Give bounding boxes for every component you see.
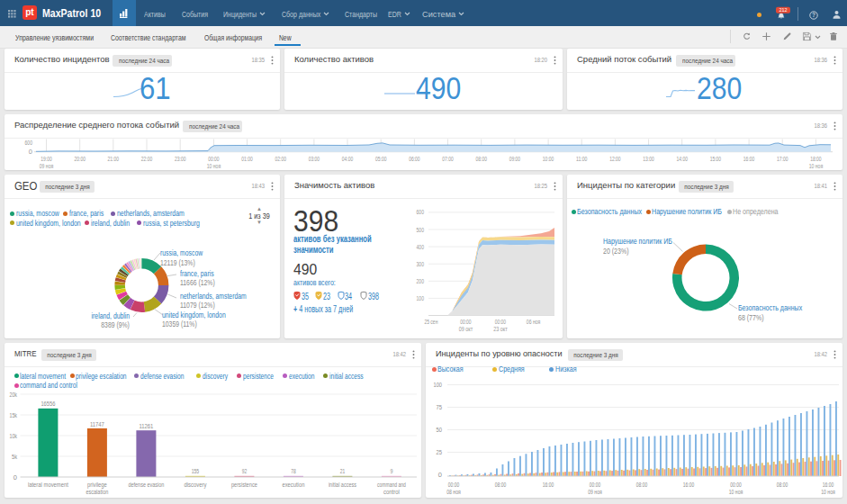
svg-text:10:00: 10:00 — [543, 155, 554, 163]
svg-text:05:00: 05:00 — [375, 155, 387, 163]
svg-text:92: 92 — [242, 467, 248, 475]
svg-text:600: 600 — [417, 208, 425, 216]
svg-text:08:00: 08:00 — [777, 481, 788, 489]
svg-text:09 окт: 09 окт — [459, 325, 473, 333]
svg-text:10 ноя: 10 ноя — [809, 162, 824, 170]
svg-text:09 ноя: 09 ноя — [40, 162, 54, 170]
svg-text:0: 0 — [29, 148, 32, 156]
svg-text:initial access: initial access — [329, 481, 356, 489]
svg-text:100: 100 — [434, 381, 443, 389]
svg-text:09 ноя: 09 ноя — [588, 488, 602, 496]
svg-text:0: 0 — [14, 473, 17, 482]
svg-text:155: 155 — [192, 467, 200, 475]
svg-text:13:00: 13:00 — [643, 155, 654, 163]
svg-text:23:00: 23:00 — [175, 155, 186, 163]
svg-text:06:00: 06:00 — [409, 155, 420, 163]
svg-text:14:00: 14:00 — [676, 155, 688, 163]
svg-text:78: 78 — [291, 467, 296, 475]
svg-text:?: ? — [812, 12, 815, 18]
svg-text:23 окт: 23 окт — [493, 325, 508, 333]
svg-text:10k: 10k — [10, 432, 18, 440]
svg-text:0: 0 — [438, 471, 442, 479]
svg-text:12:00: 12:00 — [609, 155, 621, 163]
svg-text:08:00: 08:00 — [636, 481, 648, 489]
svg-text:10 ноя: 10 ноя — [729, 488, 743, 496]
svg-text:07:00: 07:00 — [442, 155, 454, 163]
svg-text:500: 500 — [417, 226, 425, 234]
svg-text:16:00: 16:00 — [683, 481, 695, 489]
svg-text:01:00: 01:00 — [241, 155, 253, 163]
svg-text:17:00: 17:00 — [777, 155, 788, 163]
svg-text:300: 300 — [417, 260, 425, 268]
svg-text:75: 75 — [437, 403, 443, 411]
svg-text:25: 25 — [437, 448, 443, 456]
svg-text:200: 200 — [417, 277, 425, 285]
svg-text:15k: 15k — [10, 411, 18, 419]
svg-text:212: 212 — [779, 7, 787, 13]
svg-text:25 сен: 25 сен — [424, 318, 437, 326]
svg-text:persistence: persistence — [231, 481, 257, 489]
svg-text:5k: 5k — [12, 453, 17, 461]
svg-text:600: 600 — [25, 139, 33, 147]
svg-text:20:00: 20:00 — [74, 155, 86, 163]
svg-text:02:00: 02:00 — [275, 155, 286, 163]
svg-text:10 ноя: 10 ноя — [821, 488, 835, 496]
svg-text:100: 100 — [417, 294, 425, 302]
svg-text:09:00: 09:00 — [509, 155, 521, 163]
svg-text:defense evasion: defense evasion — [128, 481, 164, 489]
svg-text:15:00: 15:00 — [710, 155, 722, 163]
svg-text:06 ноя: 06 ноя — [527, 318, 541, 326]
svg-text:11747: 11747 — [90, 420, 104, 428]
svg-text:21: 21 — [340, 467, 346, 475]
svg-text:execution: execution — [282, 481, 304, 489]
svg-text:400: 400 — [417, 243, 425, 251]
svg-text:escalation: escalation — [86, 488, 108, 496]
svg-text:21:00: 21:00 — [108, 155, 120, 163]
svg-text:control: control — [383, 488, 400, 496]
svg-text:16:00: 16:00 — [543, 481, 554, 489]
svg-text:10 ноя: 10 ноя — [207, 162, 221, 170]
svg-text:08:00: 08:00 — [475, 155, 487, 163]
svg-text:11261: 11261 — [139, 422, 153, 430]
svg-text:9: 9 — [390, 467, 392, 475]
svg-text:08:00: 08:00 — [495, 481, 507, 489]
svg-text:08 ноя: 08 ноя — [446, 488, 461, 496]
svg-text:discovery: discovery — [184, 481, 206, 489]
svg-text:16556: 16556 — [41, 400, 55, 408]
svg-text:16:00: 16:00 — [743, 155, 755, 163]
svg-text:20k: 20k — [10, 391, 18, 399]
svg-text:22:00: 22:00 — [141, 155, 153, 163]
svg-text:03:00: 03:00 — [309, 155, 320, 163]
svg-text:50: 50 — [437, 426, 443, 434]
svg-text:04:00: 04:00 — [342, 155, 354, 163]
svg-text:11:00: 11:00 — [576, 155, 588, 163]
svg-text:lateral movement: lateral movement — [28, 481, 69, 489]
